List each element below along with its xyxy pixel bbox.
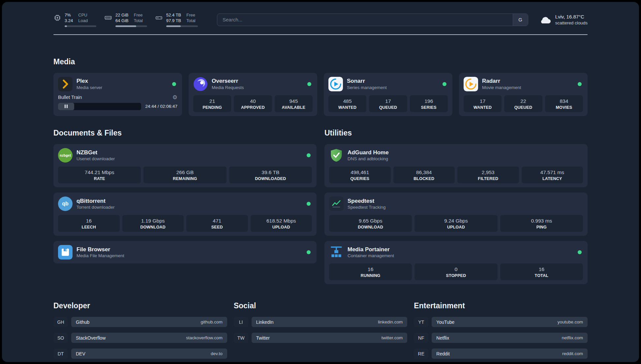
bookmark-twitter: TW Twitter twitter.com bbox=[234, 333, 408, 343]
bookmark-link[interactable]: Twitter twitter.com bbox=[252, 333, 408, 343]
service-subtitle: Media server bbox=[76, 85, 102, 91]
service-subtitle: Speedtest Tracking bbox=[348, 204, 386, 210]
service-card-plex: Plex Media server Bullet Train ⚙ bbox=[53, 73, 182, 116]
status-dot bbox=[307, 82, 311, 86]
cpu-widget: 7% 3.24 CPU Load bbox=[53, 13, 96, 27]
sonarr-icon[interactable] bbox=[328, 77, 343, 91]
memory-total: 64 GiB bbox=[115, 18, 129, 24]
portainer-icon[interactable] bbox=[329, 245, 344, 259]
service-subtitle: Media File Management bbox=[76, 253, 124, 259]
memory-icon bbox=[104, 14, 112, 22]
service-card-speedtest: Speedtest Speedtest Tracking 9.65 Gbps D… bbox=[324, 193, 588, 236]
speedtest-link[interactable]: Speedtest Speedtest Tracking bbox=[329, 197, 583, 211]
cpu-percent: 7% bbox=[65, 13, 73, 18]
stat-series: 196 SERIES bbox=[410, 95, 448, 112]
disk-total: 97.9 TB bbox=[166, 18, 181, 24]
stat-movies: 834 MOVIES bbox=[545, 95, 583, 112]
speedtest-icon[interactable] bbox=[329, 197, 344, 211]
qbittorrent-link[interactable]: qb qBittorrent Torrent downloader bbox=[58, 197, 312, 211]
bookmark-stackoverflow: SO StackOverflow stackoverflow.com bbox=[53, 333, 227, 343]
filebrowser-icon[interactable] bbox=[58, 245, 73, 259]
bookmark-abbr[interactable]: NF bbox=[414, 333, 428, 343]
stat-queued: 22 QUEUED bbox=[504, 95, 542, 112]
bookmark-linkedin: LI LinkedIn linkedin.com bbox=[234, 317, 408, 327]
overseerr-link[interactable]: Overseerr Media Requests bbox=[193, 77, 313, 91]
stat-leech: 16 LEECH bbox=[58, 215, 120, 232]
portainer-link[interactable]: Media Portainer Container management bbox=[329, 245, 583, 259]
service-subtitle: Torrent downloader bbox=[76, 204, 115, 210]
bookmark-abbr[interactable]: GH bbox=[53, 317, 68, 327]
stat-wanted: 485 WANTED bbox=[328, 95, 366, 112]
stat-upload: 618.52 Mbps UPLOAD bbox=[251, 215, 312, 232]
cpu-icon bbox=[53, 14, 61, 22]
bookmark-link[interactable]: StackOverflow stackoverflow.com bbox=[71, 333, 227, 343]
bookmark-link[interactable]: Github github.com bbox=[71, 317, 227, 327]
bookmark-dev: DT DEV dev.to bbox=[53, 349, 227, 359]
service-card-overseerr: Overseerr Media Requests 21 PENDING 40 A… bbox=[189, 73, 317, 116]
search-provider-button[interactable]: G bbox=[513, 14, 528, 26]
bookmark-abbr[interactable]: YT bbox=[414, 317, 428, 327]
status-dot bbox=[307, 153, 311, 157]
bookmark-link[interactable]: YouTube youtube.com bbox=[432, 317, 588, 327]
stat-queries: 498,461 QUERIES bbox=[329, 167, 391, 183]
service-name: File Browser bbox=[76, 246, 124, 253]
service-card-radarr: Radarr Movie management 17 WANTED 22 QUE… bbox=[459, 73, 588, 116]
service-name: Sonarr bbox=[347, 77, 387, 84]
settings-icon[interactable]: ⚙ bbox=[172, 95, 177, 100]
nzbget-link[interactable]: nzbget NZBGet Usenet downloader bbox=[58, 148, 312, 163]
service-card-sonarr: Sonarr Series management 485 WANTED 17 Q… bbox=[324, 73, 452, 116]
section-title-media: Media bbox=[53, 57, 588, 66]
bookmark-abbr[interactable]: TW bbox=[234, 333, 248, 343]
playback-progress-track[interactable] bbox=[58, 103, 141, 110]
stat-stopped: 0 STOPPED bbox=[414, 263, 497, 280]
bookmark-abbr[interactable]: LI bbox=[234, 317, 248, 327]
status-dot bbox=[172, 82, 176, 86]
radarr-link[interactable]: Radarr Movie management bbox=[464, 77, 583, 91]
qbittorrent-icon[interactable]: qb bbox=[58, 197, 73, 211]
service-subtitle: Movie management bbox=[482, 85, 521, 91]
overseerr-icon[interactable] bbox=[193, 77, 208, 91]
status-dot bbox=[307, 250, 311, 254]
bookmark-link[interactable]: LinkedIn linkedin.com bbox=[252, 317, 408, 327]
memory-values: 22 GiB 64 GiB bbox=[115, 13, 129, 24]
filebrowser-link[interactable]: File Browser Media File Management bbox=[58, 245, 312, 259]
search-bar: G bbox=[217, 14, 528, 26]
adguard-link[interactable]: AdGuard Home DNS and adblocking bbox=[329, 148, 583, 163]
playback-time: 24:44 / 02:06:47 bbox=[145, 104, 177, 109]
sonarr-link[interactable]: Sonarr Series management bbox=[328, 77, 448, 91]
section-title-entertainment: Entertainment bbox=[414, 301, 588, 310]
bookmark-link[interactable]: DEV dev.to bbox=[71, 349, 227, 359]
cpu-values: 7% 3.24 bbox=[65, 13, 73, 24]
bookmark-link[interactable]: Reddit reddit.com bbox=[432, 349, 588, 359]
plex-icon[interactable] bbox=[58, 77, 73, 91]
cloud-icon bbox=[539, 15, 551, 24]
stat-filtered: 2,953 FILTERED bbox=[457, 167, 519, 183]
nzbget-icon[interactable]: nzbget bbox=[58, 148, 73, 163]
service-subtitle: DNS and adblocking bbox=[348, 156, 389, 162]
status-dot bbox=[578, 250, 582, 254]
plex-link[interactable]: Plex Media server bbox=[58, 77, 177, 91]
topbar-divider bbox=[53, 34, 588, 35]
memory-labels: Free Total bbox=[134, 13, 143, 24]
section-title-documents: Documents & Files bbox=[53, 129, 317, 137]
section-title-developer: Developer bbox=[53, 301, 227, 310]
service-subtitle: Container management bbox=[348, 253, 394, 259]
bookmark-abbr[interactable]: RE bbox=[414, 349, 428, 359]
adguard-icon[interactable] bbox=[329, 148, 344, 163]
radarr-icon[interactable] bbox=[464, 77, 478, 91]
section-title-social: Social bbox=[234, 301, 408, 310]
bookmark-abbr[interactable]: DT bbox=[53, 349, 68, 359]
stat-wanted: 17 WANTED bbox=[464, 95, 502, 112]
search-input[interactable] bbox=[217, 14, 513, 26]
stat-downloaded: 39.6 TB DOWNLOADED bbox=[229, 167, 312, 183]
bookmark-abbr[interactable]: SO bbox=[53, 333, 68, 343]
bookmark-github: GH Github github.com bbox=[53, 317, 227, 327]
stat-remaining: 266 GB REMAINING bbox=[143, 167, 226, 183]
bookmark-link[interactable]: Netflix netflix.com bbox=[432, 333, 588, 343]
bookmark-netflix: NF Netflix netflix.com bbox=[414, 333, 588, 343]
disk-labels: Free Total bbox=[186, 13, 195, 24]
disk-usage-bar bbox=[166, 25, 198, 27]
service-name: Speedtest bbox=[348, 197, 386, 204]
stat-upload: 9.24 Gbps UPLOAD bbox=[414, 215, 497, 232]
weather-condition: scattered clouds bbox=[555, 20, 588, 26]
